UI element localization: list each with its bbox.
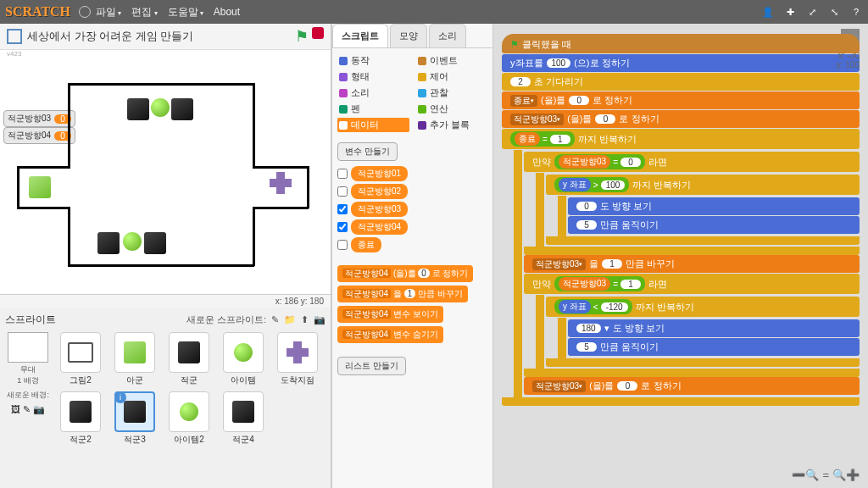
cat-data[interactable]: 데이터 [337, 118, 409, 132]
if-block[interactable]: 만약적군방향03=0라면 y 좌표>100까지 반복하기 0도 방향 보기 5만… [524, 152, 860, 255]
script-area[interactable]: x: -30 y: 100 ⚑클릭했을 때 y좌표를100(으)로 정하기 2초… [493, 24, 868, 488]
stage-enemy [171, 98, 193, 120]
cat-pen[interactable]: 펜 [337, 102, 409, 116]
cat-events[interactable]: 이벤트 [416, 53, 488, 68]
new-backdrop-label: 새로운 배경: [7, 390, 49, 401]
stop-icon[interactable] [312, 27, 324, 39]
cat-sound[interactable]: 소리 [337, 86, 409, 100]
var-checkbox[interactable] [337, 240, 348, 250]
tab-costumes[interactable]: 모양 [390, 24, 427, 47]
data-block[interactable]: 적군방향03을1만큼 바꾸기 [524, 255, 860, 273]
sprite-thumb[interactable]: 그림2 [56, 332, 105, 386]
editor-tabs: 스크립트 모양 소리 [332, 24, 492, 48]
zoom-out-icon[interactable]: ➖🔍 [792, 469, 819, 481]
upload-icon[interactable]: ⬆ [301, 314, 309, 325]
zoom-reset-icon[interactable]: = [822, 469, 829, 481]
info-icon[interactable]: i [114, 391, 126, 403]
stage-item [151, 98, 170, 117]
backdrop-lib-icon[interactable]: 🖼 [11, 404, 20, 415]
tab-sounds[interactable]: 소리 [429, 24, 466, 47]
backdrop-upload-icon[interactable]: 📷 [33, 404, 45, 415]
stage-goal [270, 172, 292, 194]
sprite-thumb[interactable]: 적군2 [56, 391, 105, 446]
palette-block[interactable]: 적군방향04 을 1 만큼 바꾸기 [337, 286, 468, 302]
fullscreen-icon[interactable] [7, 29, 22, 44]
backdrop-paint-icon[interactable]: ✎ [23, 404, 31, 415]
cat-motion[interactable]: 동작 [337, 53, 409, 68]
sprite-thumb[interactable]: 적군 [164, 332, 214, 386]
stage-enemy [144, 232, 166, 254]
var-checkbox[interactable] [337, 222, 348, 232]
menu-edit[interactable]: 편집 [131, 5, 157, 19]
stage-area[interactable]: 적군방향030 적군방향040 [0, 58, 331, 295]
if-block[interactable]: 만약적군방향03=1라면 y 좌표<-120까지 반복하기 180▾도 방향 보… [524, 274, 860, 377]
motion-block[interactable]: y좌표를100(으)로 정하기 [502, 54, 860, 72]
stage-player [29, 176, 51, 198]
user-icon[interactable]: 👤 [761, 5, 775, 19]
sprite-thumb[interactable]: 도착지점 [273, 332, 322, 386]
repeat-until-block[interactable]: y 좌표>100까지 반복하기 0도 방향 보기 5만큼 움직이기 [546, 175, 860, 245]
control-block[interactable]: 2초 기다리기 [502, 73, 860, 91]
cat-operators[interactable]: 연산 [416, 102, 488, 116]
data-block[interactable]: 적군방향03(을)를0로 정하기 [524, 377, 860, 395]
sprite-thumb[interactable]: 적군4 [219, 391, 268, 446]
palette-block[interactable]: 적군방향04 (을)를 0 로 정하기 [337, 265, 473, 282]
grow-icon[interactable]: ⤢ [805, 5, 819, 19]
sprite-thumb[interactable]: 아군 [110, 332, 159, 386]
repeat-until-block[interactable]: 종료=1까지 반복하기 만약적군방향03=0라면 y 좌표>100까지 반복하기… [502, 129, 860, 406]
var-item[interactable]: 적군방향01 [337, 166, 487, 181]
stamp-icon[interactable]: ✚ [783, 5, 797, 19]
sprite-thumb-selected[interactable]: i적군3 [110, 391, 159, 446]
block-stack[interactable]: ⚑클릭했을 때 y좌표를100(으)로 정하기 2초 기다리기 종료(을)를0로… [502, 34, 860, 406]
stage-var-1: 적군방향030 [3, 110, 75, 127]
var-checkbox[interactable] [337, 204, 348, 214]
shrink-icon[interactable]: ⤡ [827, 5, 841, 19]
stage-coords: x: 186 y: 180 [0, 295, 331, 308]
globe-icon[interactable] [79, 6, 91, 18]
menu-help[interactable]: 도움말 [168, 5, 203, 19]
var-item[interactable]: 적군방향04 [337, 219, 487, 235]
green-flag-icon[interactable]: ⚑ [295, 27, 309, 46]
folder-icon[interactable]: 📁 [284, 314, 296, 325]
project-title: 세상에서 가장 어려운 게임 만들기 [27, 29, 295, 44]
motion-block[interactable]: 5만큼 움직이기 [568, 216, 860, 234]
new-sprite-label: 새로운 스프라이트: ✎ 📁 ⬆ 📷 [186, 313, 326, 326]
palette-block[interactable]: 적군방향04 변수 숨기기 [337, 326, 443, 343]
camera-icon[interactable]: 📷 [314, 314, 326, 325]
block-categories: 동작 이벤트 형태 제어 소리 관찰 펜 연산 데이터 추가 블록 [332, 48, 492, 137]
var-checkbox[interactable] [337, 186, 348, 197]
event-hat-block[interactable]: ⚑클릭했을 때 [502, 34, 860, 53]
sprite-thumb[interactable]: 아이템 [219, 332, 268, 386]
make-list-button[interactable]: 리스트 만들기 [337, 357, 406, 375]
menu-about[interactable]: About [214, 6, 240, 18]
scratch-logo[interactable]: SCRATCH [5, 4, 70, 19]
motion-block[interactable]: 5만큼 움직이기 [568, 338, 860, 356]
cat-sensing[interactable]: 관찰 [416, 86, 488, 100]
make-variable-button[interactable]: 변수 만들기 [337, 142, 398, 161]
stage-enemy [97, 232, 120, 254]
palette-block[interactable]: 적군방향04 변수 보이기 [337, 306, 443, 323]
var-item[interactable]: 종료 [337, 237, 487, 252]
menu-file[interactable]: 파일 [96, 5, 121, 19]
cat-looks[interactable]: 형태 [337, 69, 409, 84]
zoom-in-icon[interactable]: 🔍➕ [832, 469, 860, 481]
help-icon[interactable]: ? [849, 5, 863, 19]
tab-scripts[interactable]: 스크립트 [332, 24, 388, 47]
var-item[interactable]: 적군방향03 [337, 202, 487, 217]
var-item[interactable]: 적군방향02 [337, 184, 487, 199]
data-block[interactable]: 종료(을)를0로 정하기 [502, 92, 860, 109]
motion-block[interactable]: 0도 방향 보기 [568, 197, 860, 215]
sprite-thumb[interactable]: 아이템2 [164, 391, 214, 446]
sprites-label: 스프라이트 [5, 313, 186, 327]
cat-control[interactable]: 제어 [416, 69, 488, 84]
data-block[interactable]: 적군방향03(을)를0로 정하기 [502, 110, 860, 128]
stage-var-2: 적군방향040 [3, 127, 75, 144]
stage-thumbnail[interactable]: 무대 1 배경 [5, 332, 51, 386]
paintbrush-icon[interactable]: ✎ [271, 314, 279, 325]
var-checkbox[interactable] [337, 169, 348, 179]
cat-more[interactable]: 추가 블록 [416, 118, 488, 132]
stage-item [123, 232, 142, 251]
zoom-controls: ➖🔍 = 🔍➕ [792, 469, 860, 481]
repeat-until-block[interactable]: y 좌표<-120까지 반복하기 180▾도 방향 보기 5만큼 움직이기 [546, 297, 860, 367]
motion-block[interactable]: 180▾도 방향 보기 [568, 319, 860, 337]
